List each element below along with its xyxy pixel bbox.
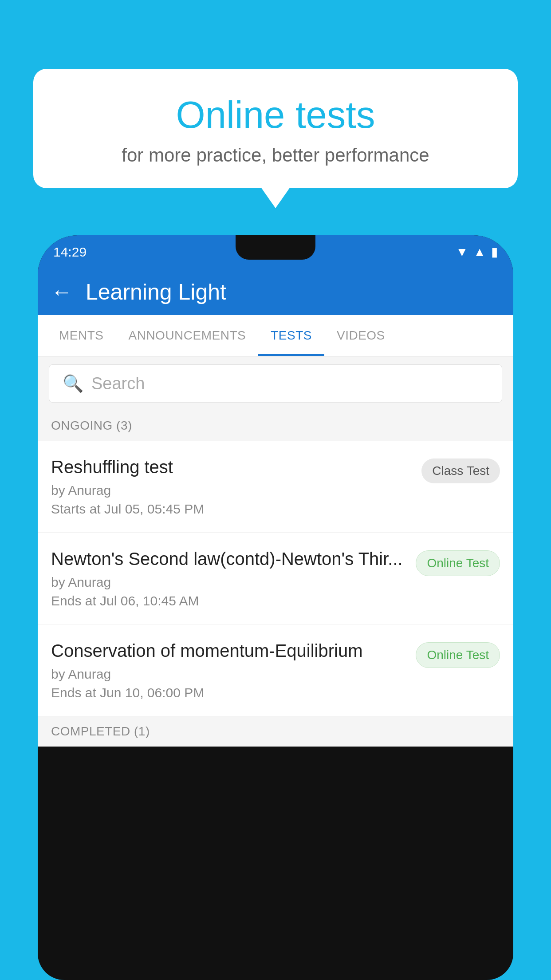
test-time: Ends at Jun 10, 06:00 PM bbox=[51, 685, 407, 700]
test-info: Newton's Second law(contd)-Newton's Thir… bbox=[51, 548, 407, 609]
speech-bubble: Online tests for more practice, better p… bbox=[33, 69, 518, 188]
search-placeholder: Search bbox=[91, 374, 145, 393]
ongoing-section-header: ONGOING (3) bbox=[38, 411, 513, 441]
test-author: by Anurag bbox=[51, 483, 413, 498]
search-bar[interactable]: 🔍 Search bbox=[49, 364, 502, 403]
bubble-title: Online tests bbox=[60, 93, 491, 137]
test-name: Newton's Second law(contd)-Newton's Thir… bbox=[51, 548, 407, 569]
test-author: by Anurag bbox=[51, 667, 407, 682]
tab-ments[interactable]: MENTS bbox=[47, 315, 116, 356]
test-author: by Anurag bbox=[51, 575, 407, 590]
tab-videos[interactable]: VIDEOS bbox=[324, 315, 398, 356]
search-icon: 🔍 bbox=[63, 374, 83, 393]
test-info: Reshuffling test by Anurag Starts at Jul… bbox=[51, 456, 413, 517]
tab-tests[interactable]: TESTS bbox=[258, 315, 324, 356]
test-item[interactable]: Reshuffling test by Anurag Starts at Jul… bbox=[38, 441, 513, 533]
test-badge-online: Online Test bbox=[416, 550, 500, 576]
phone-frame: 14:29 ▼ ▲ ▮ ← Learning Light MENTS ANNOU… bbox=[38, 235, 513, 980]
tab-announcements[interactable]: ANNOUNCEMENTS bbox=[116, 315, 259, 356]
status-time: 14:29 bbox=[53, 245, 87, 260]
test-item[interactable]: Conservation of momentum-Equilibrium by … bbox=[38, 624, 513, 716]
app-bar-title: Learning Light bbox=[86, 279, 226, 305]
signal-icon: ▲ bbox=[473, 245, 486, 259]
status-bar: 14:29 ▼ ▲ ▮ bbox=[38, 235, 513, 269]
ongoing-label: ONGOING (3) bbox=[51, 419, 132, 432]
wifi-icon: ▼ bbox=[456, 245, 468, 259]
status-icons: ▼ ▲ ▮ bbox=[456, 245, 498, 259]
test-badge-class: Class Test bbox=[421, 458, 500, 483]
test-badge-online: Online Test bbox=[416, 642, 500, 668]
completed-section-header: COMPLETED (1) bbox=[38, 716, 513, 747]
back-button[interactable]: ← bbox=[51, 280, 72, 304]
tabs-bar: MENTS ANNOUNCEMENTS TESTS VIDEOS bbox=[38, 315, 513, 356]
test-item[interactable]: Newton's Second law(contd)-Newton's Thir… bbox=[38, 533, 513, 624]
completed-label: COMPLETED (1) bbox=[51, 724, 150, 738]
app-bar: ← Learning Light bbox=[38, 269, 513, 315]
test-info: Conservation of momentum-Equilibrium by … bbox=[51, 640, 407, 700]
bubble-subtitle: for more practice, better performance bbox=[60, 145, 491, 166]
search-container: 🔍 Search bbox=[38, 356, 513, 411]
test-time: Ends at Jul 06, 10:45 AM bbox=[51, 593, 407, 609]
test-time: Starts at Jul 05, 05:45 PM bbox=[51, 502, 413, 517]
test-name: Conservation of momentum-Equilibrium bbox=[51, 640, 407, 661]
battery-icon: ▮ bbox=[491, 245, 498, 259]
test-name: Reshuffling test bbox=[51, 456, 413, 478]
